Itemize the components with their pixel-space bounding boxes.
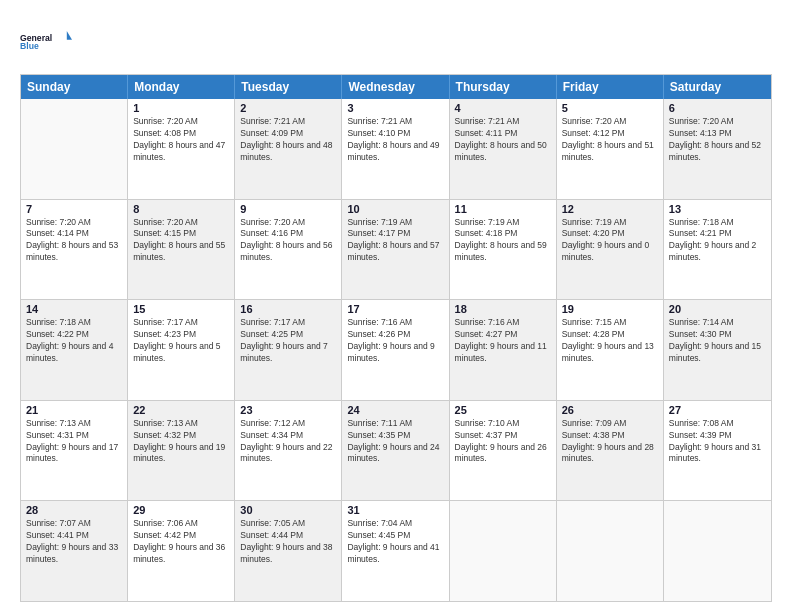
calendar-cell bbox=[557, 501, 664, 601]
calendar-cell: 9Sunrise: 7:20 AM Sunset: 4:16 PM Daylig… bbox=[235, 200, 342, 300]
cell-info: Sunrise: 7:09 AM Sunset: 4:38 PM Dayligh… bbox=[562, 418, 658, 466]
day-number: 1 bbox=[133, 102, 229, 114]
day-number: 24 bbox=[347, 404, 443, 416]
day-number: 4 bbox=[455, 102, 551, 114]
calendar-cell: 16Sunrise: 7:17 AM Sunset: 4:25 PM Dayli… bbox=[235, 300, 342, 400]
cell-info: Sunrise: 7:17 AM Sunset: 4:25 PM Dayligh… bbox=[240, 317, 336, 365]
calendar-cell: 12Sunrise: 7:19 AM Sunset: 4:20 PM Dayli… bbox=[557, 200, 664, 300]
logo-svg: General Blue bbox=[20, 18, 72, 64]
cell-info: Sunrise: 7:19 AM Sunset: 4:17 PM Dayligh… bbox=[347, 217, 443, 265]
calendar-cell: 1Sunrise: 7:20 AM Sunset: 4:08 PM Daylig… bbox=[128, 99, 235, 199]
header-cell-thursday: Thursday bbox=[450, 75, 557, 99]
calendar-cell: 17Sunrise: 7:16 AM Sunset: 4:26 PM Dayli… bbox=[342, 300, 449, 400]
cell-info: Sunrise: 7:04 AM Sunset: 4:45 PM Dayligh… bbox=[347, 518, 443, 566]
cell-info: Sunrise: 7:08 AM Sunset: 4:39 PM Dayligh… bbox=[669, 418, 766, 466]
calendar-header: SundayMondayTuesdayWednesdayThursdayFrid… bbox=[21, 75, 771, 99]
calendar-cell: 15Sunrise: 7:17 AM Sunset: 4:23 PM Dayli… bbox=[128, 300, 235, 400]
calendar-cell: 29Sunrise: 7:06 AM Sunset: 4:42 PM Dayli… bbox=[128, 501, 235, 601]
calendar-row: 1Sunrise: 7:20 AM Sunset: 4:08 PM Daylig… bbox=[21, 99, 771, 199]
calendar-row: 28Sunrise: 7:07 AM Sunset: 4:41 PM Dayli… bbox=[21, 500, 771, 601]
cell-info: Sunrise: 7:19 AM Sunset: 4:20 PM Dayligh… bbox=[562, 217, 658, 265]
header-cell-sunday: Sunday bbox=[21, 75, 128, 99]
calendar-cell: 8Sunrise: 7:20 AM Sunset: 4:15 PM Daylig… bbox=[128, 200, 235, 300]
page: General Blue SundayMondayTuesdayWednesda… bbox=[0, 0, 792, 612]
day-number: 28 bbox=[26, 504, 122, 516]
day-number: 2 bbox=[240, 102, 336, 114]
day-number: 20 bbox=[669, 303, 766, 315]
day-number: 9 bbox=[240, 203, 336, 215]
logo-container: General Blue bbox=[20, 18, 72, 64]
svg-text:Blue: Blue bbox=[20, 41, 39, 51]
calendar-cell: 28Sunrise: 7:07 AM Sunset: 4:41 PM Dayli… bbox=[21, 501, 128, 601]
header: General Blue bbox=[20, 18, 772, 64]
calendar-row: 21Sunrise: 7:13 AM Sunset: 4:31 PM Dayli… bbox=[21, 400, 771, 501]
day-number: 13 bbox=[669, 203, 766, 215]
calendar-cell: 2Sunrise: 7:21 AM Sunset: 4:09 PM Daylig… bbox=[235, 99, 342, 199]
calendar-cell: 7Sunrise: 7:20 AM Sunset: 4:14 PM Daylig… bbox=[21, 200, 128, 300]
header-cell-monday: Monday bbox=[128, 75, 235, 99]
calendar-cell: 6Sunrise: 7:20 AM Sunset: 4:13 PM Daylig… bbox=[664, 99, 771, 199]
day-number: 27 bbox=[669, 404, 766, 416]
cell-info: Sunrise: 7:15 AM Sunset: 4:28 PM Dayligh… bbox=[562, 317, 658, 365]
day-number: 22 bbox=[133, 404, 229, 416]
cell-info: Sunrise: 7:20 AM Sunset: 4:08 PM Dayligh… bbox=[133, 116, 229, 164]
day-number: 29 bbox=[133, 504, 229, 516]
calendar-cell: 3Sunrise: 7:21 AM Sunset: 4:10 PM Daylig… bbox=[342, 99, 449, 199]
calendar-cell: 22Sunrise: 7:13 AM Sunset: 4:32 PM Dayli… bbox=[128, 401, 235, 501]
day-number: 25 bbox=[455, 404, 551, 416]
day-number: 19 bbox=[562, 303, 658, 315]
cell-info: Sunrise: 7:17 AM Sunset: 4:23 PM Dayligh… bbox=[133, 317, 229, 365]
header-cell-tuesday: Tuesday bbox=[235, 75, 342, 99]
cell-info: Sunrise: 7:19 AM Sunset: 4:18 PM Dayligh… bbox=[455, 217, 551, 265]
calendar-cell: 23Sunrise: 7:12 AM Sunset: 4:34 PM Dayli… bbox=[235, 401, 342, 501]
header-cell-wednesday: Wednesday bbox=[342, 75, 449, 99]
cell-info: Sunrise: 7:21 AM Sunset: 4:09 PM Dayligh… bbox=[240, 116, 336, 164]
cell-info: Sunrise: 7:06 AM Sunset: 4:42 PM Dayligh… bbox=[133, 518, 229, 566]
cell-info: Sunrise: 7:20 AM Sunset: 4:14 PM Dayligh… bbox=[26, 217, 122, 265]
cell-info: Sunrise: 7:14 AM Sunset: 4:30 PM Dayligh… bbox=[669, 317, 766, 365]
cell-info: Sunrise: 7:05 AM Sunset: 4:44 PM Dayligh… bbox=[240, 518, 336, 566]
calendar-cell bbox=[21, 99, 128, 199]
calendar-cell: 31Sunrise: 7:04 AM Sunset: 4:45 PM Dayli… bbox=[342, 501, 449, 601]
calendar-body: 1Sunrise: 7:20 AM Sunset: 4:08 PM Daylig… bbox=[21, 99, 771, 601]
day-number: 7 bbox=[26, 203, 122, 215]
calendar-cell: 21Sunrise: 7:13 AM Sunset: 4:31 PM Dayli… bbox=[21, 401, 128, 501]
day-number: 3 bbox=[347, 102, 443, 114]
cell-info: Sunrise: 7:07 AM Sunset: 4:41 PM Dayligh… bbox=[26, 518, 122, 566]
day-number: 8 bbox=[133, 203, 229, 215]
cell-info: Sunrise: 7:20 AM Sunset: 4:15 PM Dayligh… bbox=[133, 217, 229, 265]
calendar-cell: 5Sunrise: 7:20 AM Sunset: 4:12 PM Daylig… bbox=[557, 99, 664, 199]
day-number: 23 bbox=[240, 404, 336, 416]
calendar-row: 7Sunrise: 7:20 AM Sunset: 4:14 PM Daylig… bbox=[21, 199, 771, 300]
day-number: 17 bbox=[347, 303, 443, 315]
cell-info: Sunrise: 7:10 AM Sunset: 4:37 PM Dayligh… bbox=[455, 418, 551, 466]
day-number: 18 bbox=[455, 303, 551, 315]
header-cell-saturday: Saturday bbox=[664, 75, 771, 99]
header-cell-friday: Friday bbox=[557, 75, 664, 99]
calendar-cell: 25Sunrise: 7:10 AM Sunset: 4:37 PM Dayli… bbox=[450, 401, 557, 501]
day-number: 14 bbox=[26, 303, 122, 315]
calendar-cell: 13Sunrise: 7:18 AM Sunset: 4:21 PM Dayli… bbox=[664, 200, 771, 300]
day-number: 10 bbox=[347, 203, 443, 215]
day-number: 6 bbox=[669, 102, 766, 114]
svg-marker-2 bbox=[67, 31, 72, 40]
cell-info: Sunrise: 7:12 AM Sunset: 4:34 PM Dayligh… bbox=[240, 418, 336, 466]
day-number: 11 bbox=[455, 203, 551, 215]
cell-info: Sunrise: 7:18 AM Sunset: 4:21 PM Dayligh… bbox=[669, 217, 766, 265]
day-number: 31 bbox=[347, 504, 443, 516]
calendar-cell: 19Sunrise: 7:15 AM Sunset: 4:28 PM Dayli… bbox=[557, 300, 664, 400]
cell-info: Sunrise: 7:21 AM Sunset: 4:10 PM Dayligh… bbox=[347, 116, 443, 164]
logo: General Blue bbox=[20, 18, 72, 64]
calendar-cell: 4Sunrise: 7:21 AM Sunset: 4:11 PM Daylig… bbox=[450, 99, 557, 199]
day-number: 15 bbox=[133, 303, 229, 315]
day-number: 12 bbox=[562, 203, 658, 215]
day-number: 26 bbox=[562, 404, 658, 416]
cell-info: Sunrise: 7:20 AM Sunset: 4:13 PM Dayligh… bbox=[669, 116, 766, 164]
day-number: 16 bbox=[240, 303, 336, 315]
cell-info: Sunrise: 7:20 AM Sunset: 4:12 PM Dayligh… bbox=[562, 116, 658, 164]
calendar-cell: 27Sunrise: 7:08 AM Sunset: 4:39 PM Dayli… bbox=[664, 401, 771, 501]
calendar-row: 14Sunrise: 7:18 AM Sunset: 4:22 PM Dayli… bbox=[21, 299, 771, 400]
calendar-cell: 30Sunrise: 7:05 AM Sunset: 4:44 PM Dayli… bbox=[235, 501, 342, 601]
calendar: SundayMondayTuesdayWednesdayThursdayFrid… bbox=[20, 74, 772, 602]
cell-info: Sunrise: 7:16 AM Sunset: 4:27 PM Dayligh… bbox=[455, 317, 551, 365]
